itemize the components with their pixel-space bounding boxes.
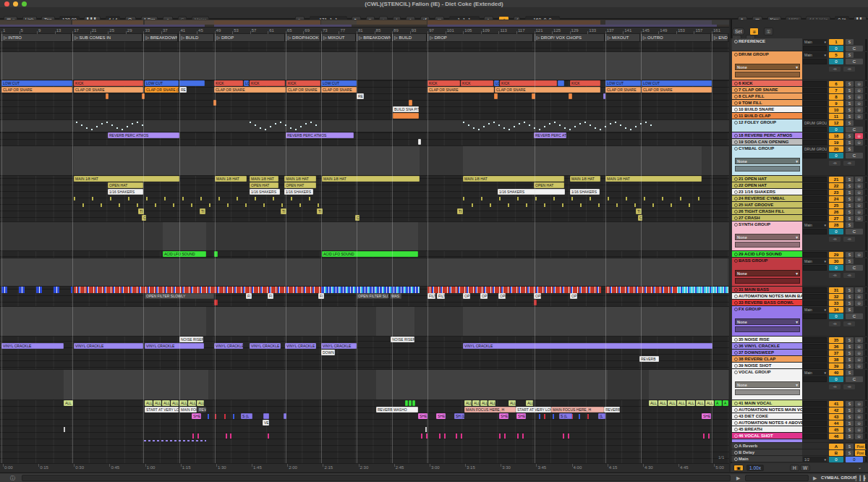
instrument-chooser-drum-group[interactable]: None▾ — [735, 64, 800, 70]
locator-drop-vox-chops[interactable]: ▷ DROP/ VOX CHOPS — [535, 34, 605, 41]
clip-re[interactable]: RE — [179, 87, 187, 93]
arm-button-clap-fill[interactable]: ⊙ — [855, 94, 863, 100]
clip-fi[interactable]: FI — [268, 293, 273, 299]
time-ruler[interactable]: 0:000:150:300:451:001:151:301:452:002:15… — [0, 463, 729, 472]
clip-she[interactable]: SHE — [192, 413, 201, 419]
tick-clip[interactable] — [579, 414, 580, 419]
clip-op[interactable]: OP — [480, 293, 488, 299]
track-name-build-clap[interactable]: 11 BUILD CLAP — [732, 113, 802, 119]
tick-clip[interactable] — [281, 203, 283, 207]
arm-button-build-snare[interactable]: ⊙ — [855, 107, 863, 113]
width-zoom-button[interactable]: W — [800, 465, 810, 471]
track-name-crash[interactable]: 27 CRASH — [732, 215, 802, 221]
clip-all[interactable]: ALL — [649, 400, 658, 406]
track-name-main-bass[interactable]: 31 MAIN BASS — [732, 287, 802, 292]
track-name-downsweep[interactable]: 37 DOWNSWEEP — [732, 350, 802, 355]
arm-button-main-bass[interactable]: ⊙ — [855, 287, 863, 293]
clip-ti[interactable]: TI — [457, 208, 463, 214]
clip-clap-or-snare[interactable]: CLAP OR SNARE — [427, 87, 494, 93]
solo-button-main-vocal[interactable]: S — [846, 401, 854, 407]
tick-clip[interactable] — [580, 203, 582, 207]
clip-main-1-8-hat[interactable]: MAIN 1/8 HAT — [605, 176, 702, 182]
beat-time-ruler[interactable]: 1591317212529333741454953576165697377818… — [0, 28, 729, 34]
clip-she[interactable]: SHE — [436, 413, 446, 419]
arm-button-open-hat-22[interactable]: ⊙ — [855, 183, 863, 189]
locator-drop-hook[interactable]: ▷ DROP/HOOK — [286, 34, 320, 41]
clip-main-vocal[interactable] — [409, 400, 412, 406]
track-name-drum-group[interactable]: DRUM GROUPNone▾ — [732, 51, 802, 80]
pan-badge-cymbal-group[interactable]: 0 — [829, 153, 843, 158]
arm-button-vinyl-crackle[interactable]: ⊙ — [855, 344, 863, 350]
track-number-badge[interactable]: 29 — [829, 252, 843, 258]
solo-button-foley-group[interactable]: S — [846, 120, 854, 126]
tick-clip[interactable] — [197, 434, 199, 439]
tick-clip[interactable] — [208, 414, 209, 419]
clip-clap-fill[interactable] — [569, 93, 572, 99]
track-name-hat-groove[interactable]: 25 HAT GROOVE — [732, 202, 802, 208]
track-number-badge[interactable]: 23 — [829, 190, 843, 195]
clip-clap-fill[interactable] — [494, 93, 498, 99]
track-header-fx-group[interactable]: FX GROUPNone▾Main▾34S0C-∞-∞ — [731, 306, 868, 337]
crossfade-foley-group[interactable]: C — [846, 127, 863, 132]
solo-button-fx-group[interactable]: S — [846, 307, 854, 313]
tick-clip[interactable] — [192, 434, 194, 439]
track-header-vocal-shot[interactable]: 46 VOCAL SHOT46S⊙ — [731, 433, 868, 439]
track-activator-icon[interactable] — [734, 434, 738, 438]
tick-clip[interactable] — [608, 197, 609, 200]
tick-clip[interactable] — [263, 203, 265, 207]
track-header-main-vocal[interactable]: 41 MAIN VOCAL41S⊙ — [731, 400, 868, 407]
solo-button-reference[interactable]: S — [846, 39, 854, 45]
track-name-reverb-perc-atmos[interactable]: 18 REVERB PERC ATMOS — [732, 132, 802, 138]
tick-clip[interactable] — [92, 197, 93, 200]
tick-clip[interactable] — [508, 203, 509, 207]
tick-clip[interactable] — [689, 203, 690, 207]
tick-clip[interactable] — [544, 414, 545, 419]
arm-button-acid-lfo-sound[interactable]: ⊙ — [855, 252, 863, 258]
tick-clip[interactable] — [119, 203, 120, 207]
track-name-open-hat-22[interactable]: 22 OPEN HAT — [732, 182, 802, 188]
arm-button-diet-coke[interactable]: ⊙ — [855, 414, 863, 420]
track-header-reverb-perc-atmos[interactable]: 18 REVERB PERC ATMOS18S⊙ — [731, 132, 868, 139]
tick-clip[interactable] — [463, 197, 464, 200]
track-header-main-bass[interactable]: 31 MAIN BASS31S⊙ — [731, 287, 868, 293]
arm-button-tight-crash-fill[interactable]: ⊙ — [855, 209, 863, 215]
crossfade-reference[interactable]: C — [846, 46, 863, 51]
clip-main-vocal[interactable] — [412, 400, 415, 406]
clip-all[interactable]: ALL — [509, 400, 516, 406]
clip-reve[interactable]: REVE — [197, 407, 206, 413]
track-activator-icon[interactable] — [734, 184, 738, 187]
track-activator-icon[interactable] — [734, 95, 738, 98]
tick-clip[interactable] — [255, 197, 256, 200]
track-number-badge[interactable]: 38 — [829, 357, 843, 363]
solo-button-return-b[interactable]: S — [846, 450, 854, 456]
tick-clip[interactable] — [456, 434, 457, 439]
arm-button-shakers[interactable]: ⊙ — [855, 190, 863, 195]
clip-opd[interactable]: OPD — [534, 293, 541, 299]
clip-open-hat[interactable]: OPEN HAT — [108, 182, 143, 188]
tick-clip[interactable] — [504, 434, 506, 439]
clip-noise-riser[interactable]: NOISE RISER — [391, 337, 414, 342]
track-activator-icon[interactable] — [734, 40, 738, 43]
crossfade-bass-group[interactable]: C — [846, 265, 863, 271]
clip-vinyl-crackle[interactable]: VINYL CRACKLE — [463, 343, 712, 349]
tick-clip[interactable] — [74, 197, 75, 200]
clip-all[interactable]: ALL — [686, 400, 695, 406]
track-header-noise-rise[interactable]: 35 NOISE RISE35S⊙ — [731, 337, 868, 343]
tick-clip[interactable] — [218, 197, 220, 200]
track-name-automation-notes-4-above[interactable]: AUTOMATION NOTES 4 ABOVE — [732, 420, 802, 426]
clip-1-16-shakers[interactable]: 1/16 SHAKERS — [284, 189, 313, 195]
clip-main-vocal[interactable] — [405, 400, 408, 406]
clip-kick[interactable]: KICK — [570, 80, 600, 86]
track-header-noise-shot[interactable]: 39 NOISE SHOT39S⊙ — [731, 363, 868, 369]
instrument-chooser-cymbal-group[interactable]: None▾ — [735, 158, 800, 164]
routing-menu-reference[interactable]: Main▾ — [803, 39, 827, 45]
bass-pattern-clip[interactable] — [1, 287, 72, 293]
track-name-hidden-track[interactable] — [732, 439, 802, 442]
arm-button-noise-shot[interactable]: ⊙ — [855, 363, 863, 369]
clip-main-1-8-hat[interactable]: MAIN 1/8 HAT — [463, 176, 564, 182]
tick-clip[interactable] — [634, 203, 636, 207]
clip-clap-or-snare-del[interactable]: CLAP OR SNARE (DEL — [145, 87, 179, 93]
track-activator-icon[interactable] — [734, 140, 738, 144]
clip-all[interactable]: ALL — [696, 400, 705, 406]
pan-badge-vocal-group[interactable]: 0 — [829, 376, 843, 382]
